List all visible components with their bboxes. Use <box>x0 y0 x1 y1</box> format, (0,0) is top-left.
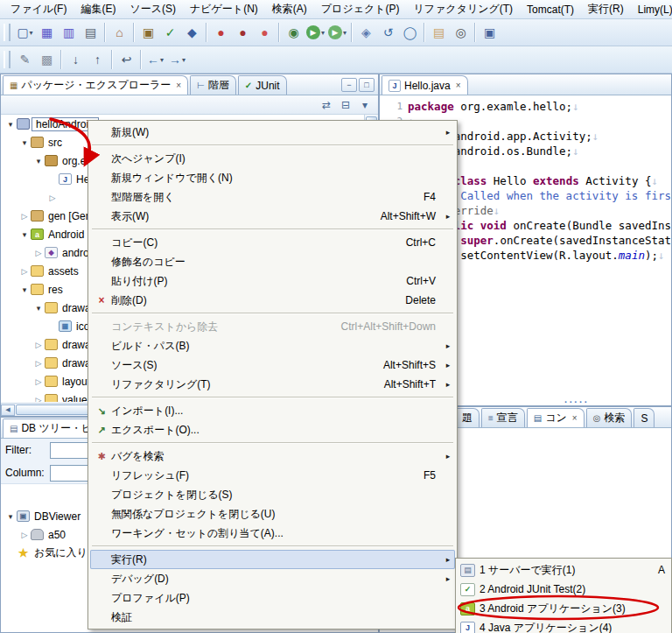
package-explorer-tab-1[interactable]: ▦パッケージ・エクスプローラー× <box>3 75 188 95</box>
package-explorer-tab-3[interactable]: ✓JUnit <box>238 75 287 95</box>
context-menu-item-19[interactable]: ↗エクスポート(O)... <box>90 420 455 440</box>
menubar-item-9[interactable]: 実行(R) <box>581 0 631 19</box>
context-menu-item-16[interactable]: リファクタリング(T)Alt+Shift+T▸ <box>90 375 455 394</box>
collapse-icon[interactable]: ▾ <box>4 512 17 521</box>
save-button[interactable]: ▦ <box>36 22 58 44</box>
junit-test-button[interactable]: ✓ <box>159 22 181 44</box>
close-icon[interactable]: × <box>572 413 578 423</box>
external-tools-button[interactable]: ▶▾ <box>326 22 348 44</box>
new-wizard-button[interactable]: ▢▾ <box>14 22 36 44</box>
context-menu-item-27[interactable]: 実行(R)▸ <box>90 550 455 569</box>
new-java-project-button[interactable]: ▣ <box>137 22 159 44</box>
context-menu-item-3[interactable]: 次へジャンプ(I) <box>90 149 455 168</box>
toolbar-grip-icon[interactable] <box>4 51 10 68</box>
context-menu-item-8[interactable]: コピー(C)Ctrl+C <box>90 233 455 252</box>
menubar-item-4[interactable]: ナビゲート(N) <box>183 0 265 19</box>
context-menu-item-1[interactable]: 新規(W)▸ <box>90 123 455 142</box>
context-menu-item-4[interactable]: 新規ウィンドウで開く(N) <box>90 168 455 187</box>
scroll-left-icon[interactable]: ◀ <box>1 404 15 416</box>
expand-icon[interactable]: ▷ <box>18 212 31 221</box>
java-editor-button[interactable]: ✎ <box>14 49 36 71</box>
context-menu-item-24[interactable]: 無関係なプロジェクトを閉じる(U) <box>90 504 455 524</box>
expand-icon[interactable]: ▷ <box>18 267 31 276</box>
tomcat-sync-button[interactable]: ↺ <box>377 22 399 44</box>
minimize-icon[interactable]: − <box>341 78 357 92</box>
collapse-icon[interactable]: ▾ <box>32 157 45 165</box>
tomcat-button[interactable]: ⌂ <box>108 22 130 44</box>
debug-button[interactable]: ◉ <box>283 22 304 44</box>
close-icon[interactable]: × <box>456 81 461 90</box>
context-menu-item-10[interactable]: 貼り付け(P)Ctrl+V <box>90 271 455 291</box>
menubar-item-5[interactable]: 検索(A) <box>265 0 314 19</box>
open-resource-button[interactable]: ▤ <box>428 22 450 44</box>
console-tab-5[interactable]: S <box>634 408 654 427</box>
expand-icon[interactable]: ▷ <box>46 193 59 202</box>
run-submenu-item-3[interactable]: a3 Android アプリケーション(3) <box>458 599 669 618</box>
back-button[interactable]: ←▾ <box>144 49 166 71</box>
perspective-button[interactable]: ▣ <box>479 22 500 44</box>
context-menu-item-28[interactable]: デバッグ(D)▸ <box>90 569 455 588</box>
expand-icon[interactable]: ▷ <box>32 359 45 368</box>
collapse-icon[interactable]: ▾ <box>4 120 17 129</box>
mark-occurrences-button[interactable]: ▩ <box>36 49 58 71</box>
last-edit-location-button[interactable]: ↩ <box>116 49 137 71</box>
menubar-item-7[interactable]: リファクタリング(T) <box>407 0 521 19</box>
expand-icon[interactable]: ▷ <box>18 531 31 539</box>
menubar-item-8[interactable]: Tomcat(T) <box>520 1 581 18</box>
menubar-item-6[interactable]: プロジェクト(P) <box>314 0 407 19</box>
menubar-item-2[interactable]: 編集(E) <box>74 0 122 19</box>
new-web-wizard-button[interactable]: ◈ <box>355 22 377 44</box>
next-annotation-button[interactable]: ↓ <box>65 49 87 71</box>
search-button[interactable]: ◎ <box>450 22 472 44</box>
expand-icon[interactable]: ▷ <box>32 341 45 349</box>
javadoc-button[interactable]: ◆ <box>181 22 203 44</box>
context-menu-item-30[interactable]: 検証 <box>90 608 455 627</box>
package-explorer-tab-2[interactable]: ⊢階層 <box>190 75 236 95</box>
context-menu-item-18[interactable]: ↘インポート(I)... <box>90 401 455 420</box>
collapse-all-icon[interactable]: ⊟ <box>338 97 354 113</box>
collapse-icon[interactable]: ▾ <box>18 285 31 294</box>
menubar-item-3[interactable]: ソース(S) <box>122 0 183 19</box>
expand-icon[interactable]: ▷ <box>32 396 45 403</box>
context-menu-item-29[interactable]: プロファイル(P) <box>90 588 455 608</box>
context-menu-item-21[interactable]: ✱バグを検索▸ <box>90 447 455 466</box>
view-menu-icon[interactable]: ▾ <box>357 97 373 113</box>
menubar-item-10[interactable]: Limy(L) <box>631 1 672 18</box>
expand-icon[interactable]: ▷ <box>32 377 45 386</box>
collapse-icon[interactable]: ▾ <box>18 230 31 239</box>
link-with-editor-icon[interactable]: ⇄ <box>318 97 334 113</box>
context-menu-item-11[interactable]: ×削除(D)Delete <box>90 291 455 310</box>
forward-button[interactable]: →▾ <box>166 49 188 71</box>
console-tab-3[interactable]: ▤コン× <box>527 408 584 427</box>
findbugs-filter-button[interactable]: ● <box>254 22 276 44</box>
context-menu-item-5[interactable]: 型階層を開くF4 <box>90 187 455 207</box>
context-menu-item-22[interactable]: リフレッシュ(F)F5 <box>90 466 455 485</box>
context-menu-item-9[interactable]: 修飾名のコピー <box>90 252 455 271</box>
sash-handle-icon[interactable]: ····· <box>564 397 605 406</box>
editor-tab-1[interactable]: JHello.java× <box>382 75 468 95</box>
expand-icon[interactable]: ▷ <box>32 249 45 257</box>
run-button[interactable]: ▶▾ <box>304 22 326 44</box>
web-browser-button[interactable]: ◯ <box>399 22 421 44</box>
close-icon[interactable]: × <box>176 81 181 90</box>
save-all-button[interactable]: ▥ <box>58 22 80 44</box>
run-submenu-item-2[interactable]: ✓2 Android JUnit Test(2) <box>458 580 669 599</box>
context-menu-item-6[interactable]: 表示(W)Alt+Shift+W▸ <box>90 207 455 226</box>
console-tab-1[interactable]: 題 <box>455 408 480 427</box>
context-menu-item-23[interactable]: プロジェクトを閉じる(S) <box>90 485 455 504</box>
toolbar-grip-icon[interactable] <box>4 24 10 41</box>
run-submenu-item-4[interactable]: J4 Java アプリケーション(4) <box>458 618 669 633</box>
findbugs-button[interactable]: ● <box>210 22 232 44</box>
menubar-item-1[interactable]: ファイル(F) <box>4 0 74 19</box>
collapse-icon[interactable]: ▾ <box>32 304 45 313</box>
context-menu-item-14[interactable]: ビルド・パス(B)▸ <box>90 336 455 355</box>
prev-annotation-button[interactable]: ↑ <box>87 49 108 71</box>
run-submenu-item-1[interactable]: ▤1 サーバーで実行(1)A <box>458 560 669 580</box>
context-menu-item-15[interactable]: ソース(S)Alt+Shift+S▸ <box>90 355 455 375</box>
maximize-icon[interactable]: □ <box>359 78 374 92</box>
context-menu-item-25[interactable]: ワーキング・セットの割り当て(A)... <box>90 524 455 543</box>
console-tab-4[interactable]: ◎検索 <box>586 408 633 427</box>
collapse-icon[interactable]: ▾ <box>18 138 31 147</box>
print-button[interactable]: ▤ <box>80 22 102 44</box>
console-tab-2[interactable]: ≡宣言 <box>481 408 525 427</box>
